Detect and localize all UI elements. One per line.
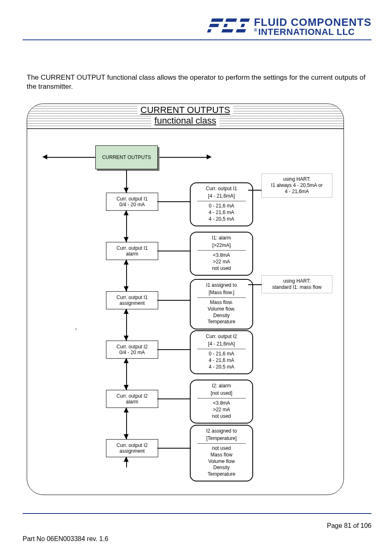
page-number: Page 81 of 106 xyxy=(327,522,371,529)
fci-logo-icon xyxy=(205,16,254,37)
note-hart-i1-assign: using HART: standard I1: mass flow xyxy=(261,275,332,293)
svg-rect-2 xyxy=(207,29,212,32)
page: FLUID COMPONENTS ®INTERNATIONAL LLC The … xyxy=(0,0,392,555)
svg-rect-4 xyxy=(223,24,228,27)
svg-rect-1 xyxy=(209,24,219,27)
root-node: CURRENT OUTPUTS xyxy=(95,145,158,169)
dot-marker-icon xyxy=(76,329,76,329)
svg-rect-5 xyxy=(221,29,233,32)
option-box-i1-range: Curr. output I1 [4 - 21,6mA] 0 - 21,6 mA… xyxy=(190,182,253,226)
svg-rect-8 xyxy=(236,29,246,32)
option-box-i2-alarm: I2: alarm [not used] <3.8mA >22 mA not u… xyxy=(190,380,253,424)
menu-item-i2-assignment: Curr. output I2 assignment xyxy=(106,439,158,457)
menu-item-i2-range: Curr. output I2 0/4 - 20 mA xyxy=(106,341,158,359)
option-box-i2-assignment: I2 assigned to [Temperature] not used Ma… xyxy=(190,425,253,481)
root-node-label: CURRENT OUTPUTS xyxy=(102,154,151,160)
option-box-i2-range: Curr. output I2 [4 - 21,6mA] 0 - 21,6 mA… xyxy=(190,330,253,374)
diagram-title-1: CURRENT OUTPUTS xyxy=(137,105,233,115)
svg-rect-6 xyxy=(240,18,250,22)
company-logo: FLUID COMPONENTS ®INTERNATIONAL LLC xyxy=(205,16,371,37)
intro-paragraph: The CURRENT OUTPUT functional class allo… xyxy=(23,73,371,91)
menu-item-i2-alarm: Curr. output I2 alarm xyxy=(106,390,158,408)
option-box-i1-alarm: I1: alarm [>22mA] <3.8mA >22 mA not used xyxy=(190,232,253,276)
option-box-i1-assignment: I1 assigned to [Mass flow.] Mass flow. V… xyxy=(190,279,253,329)
diagram-frame: CURRENT OUTPUTS functional class CURRENT… xyxy=(27,104,344,495)
diagram-title-area: CURRENT OUTPUTS functional class xyxy=(27,104,344,129)
logo-line-2: ®INTERNATIONAL LLC xyxy=(254,28,371,37)
svg-rect-3 xyxy=(225,18,237,22)
page-footer: Page 81 of 106 Part No 06EN003384 rev. 1… xyxy=(23,513,371,543)
page-header: FLUID COMPONENTS ®INTERNATIONAL LLC xyxy=(23,16,371,40)
note-hart-i1-range: using HART: I1 always 4 - 20,5mA or 4 - … xyxy=(261,173,332,198)
menu-item-i1-assignment: Curr. output I1 assignment xyxy=(106,291,158,309)
menu-item-i1-range: Curr. output I1 0/4 - 20 mA xyxy=(106,193,158,211)
part-number: Part No 06EN003384 rev. 1.6 xyxy=(23,535,108,542)
diagram-body: CURRENT OUTPUTS Curr. output I1 0/4 - 20… xyxy=(27,129,344,483)
svg-rect-0 xyxy=(211,18,224,22)
svg-rect-7 xyxy=(240,24,245,27)
diagram-title-2: functional class xyxy=(151,115,219,126)
menu-item-i1-alarm: Curr. output I1 alarm xyxy=(106,242,158,260)
logo-line-1: FLUID COMPONENTS xyxy=(254,17,371,28)
